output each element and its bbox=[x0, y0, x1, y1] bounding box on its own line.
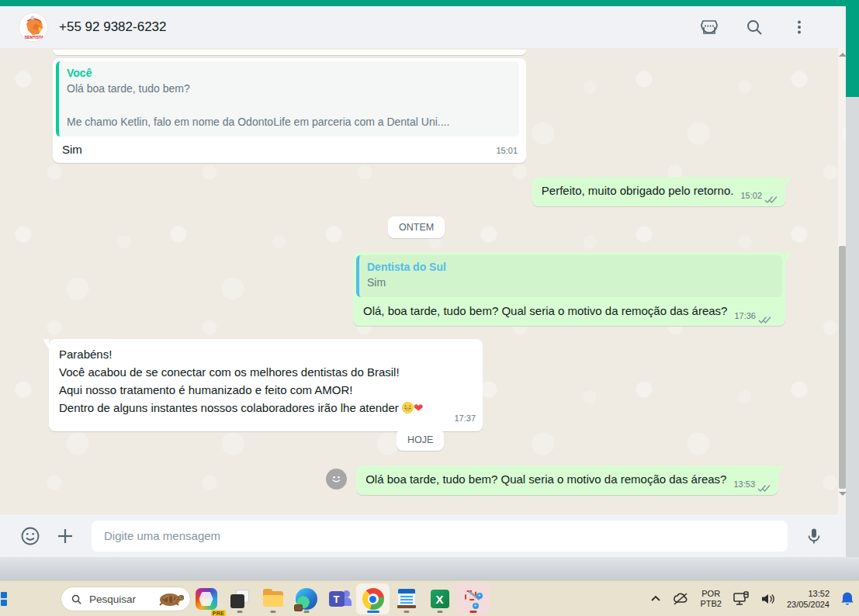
message-text-line: Aqui nosso tratamento é humanizado e fei… bbox=[59, 381, 473, 399]
grin-emoji bbox=[402, 402, 414, 414]
notepad-icon bbox=[396, 588, 417, 610]
message-input[interactable] bbox=[92, 521, 788, 552]
message-time: 17:36 bbox=[734, 308, 756, 324]
network-ethernet-icon[interactable] bbox=[733, 591, 750, 607]
message-text-line: Parabéns! bbox=[59, 345, 473, 363]
taskbar-app-excel[interactable]: X bbox=[423, 583, 456, 614]
quoted-message[interactable]: Dentista do Sul Sim bbox=[356, 255, 782, 297]
message-text: Sim bbox=[62, 143, 82, 156]
taskbar-app-icons: PRE T bbox=[189, 583, 490, 614]
taskbar-app-chrome[interactable] bbox=[356, 583, 390, 614]
taskbar-app-edge[interactable] bbox=[289, 583, 323, 614]
taskbar-app-snipping-tool[interactable]: ++ bbox=[456, 583, 490, 614]
file-explorer-icon bbox=[262, 588, 284, 610]
search-highlight-turtle-image bbox=[153, 590, 185, 608]
quote-text-line: Sim bbox=[367, 275, 774, 291]
quote-author: Você bbox=[67, 66, 511, 81]
double-check-icon bbox=[757, 484, 771, 493]
message-time: 13:53 bbox=[733, 476, 755, 493]
background-window-gray-strip bbox=[846, 97, 859, 580]
taskbar-app-file-explorer[interactable] bbox=[256, 583, 289, 614]
quote-author: Dentista do Sul bbox=[367, 260, 774, 275]
notification-bell-icon[interactable] bbox=[840, 591, 854, 607]
brazil-map-logo: DENTISTA bbox=[19, 13, 48, 42]
message-text-line: Você acabou de se conectar com os melhor… bbox=[59, 363, 473, 381]
emoji-picker-icon[interactable] bbox=[20, 526, 40, 546]
double-check-icon bbox=[758, 316, 771, 324]
message-bubble-incoming[interactable]: Parabéns! Você acabou de se conectar com… bbox=[49, 339, 483, 431]
system-tray: POR PTB2 13:52 23/05/2024 bbox=[650, 581, 854, 616]
svg-text:DENTISTA: DENTISTA bbox=[25, 35, 44, 40]
quote-text-line: Olá boa tarde, tudo bem? bbox=[67, 81, 511, 97]
react-emoji-button[interactable] bbox=[326, 469, 347, 490]
chat-message-list: Você Olá boa tarde, tudo bem? Me chamo K… bbox=[0, 48, 846, 514]
message-text-line: Dentro de alguns instantes nossos colabo… bbox=[59, 399, 473, 417]
smiley-icon bbox=[330, 472, 343, 486]
previous-message-partial bbox=[53, 50, 526, 55]
message-bubble-outgoing[interactable]: Perfeito, muito obrigado pelo retorno. 1… bbox=[532, 177, 785, 206]
window-bottom-edge bbox=[0, 557, 859, 580]
contact-name[interactable]: +55 92 9382-6232 bbox=[59, 19, 700, 35]
message-bubble-outgoing[interactable]: Olá boa tarde, tudo bem? Qual seria o mo… bbox=[356, 465, 778, 495]
red-heart-emoji: ❤ bbox=[414, 401, 424, 415]
attach-plus-icon[interactable] bbox=[56, 527, 74, 545]
message-text: Perfeito, muito obrigado pelo retorno. bbox=[542, 184, 734, 197]
search-label: Pesquisar bbox=[89, 594, 153, 605]
taskbar-app-task-view[interactable] bbox=[223, 583, 256, 614]
message-bubble-incoming[interactable]: Você Olá boa tarde, tudo bem? Me chamo K… bbox=[53, 58, 526, 163]
message-time: 15:02 bbox=[740, 188, 762, 204]
message-bubble-outgoing[interactable]: Dentista do Sul Sim Olá, boa tarde, tudo… bbox=[353, 252, 785, 326]
scrollbar-up-arrow[interactable] bbox=[839, 53, 847, 57]
storefront-icon[interactable] bbox=[700, 18, 719, 36]
taskbar-app-notepad[interactable] bbox=[390, 583, 423, 614]
chat-header: DENTISTA +55 92 9382-6232 bbox=[0, 6, 846, 48]
windows-start-button[interactable] bbox=[0, 592, 7, 606]
message-text: Olá boa tarde, tudo bem? Qual seria o mo… bbox=[365, 472, 726, 486]
app-title-bar bbox=[0, 0, 859, 6]
chrome-icon bbox=[362, 588, 384, 610]
date-divider-yesterday: ONTEM bbox=[388, 216, 445, 238]
microphone-icon[interactable] bbox=[805, 527, 823, 545]
scrollbar-down-arrow[interactable] bbox=[839, 492, 847, 496]
taskbar-app-copilot[interactable]: PRE bbox=[189, 583, 223, 614]
quote-text-line: Me chamo Ketlin, falo em nome da OdontoL… bbox=[67, 114, 511, 130]
windows-taskbar: Pesquisar PRE bbox=[0, 580, 859, 616]
excel-icon: X bbox=[429, 588, 451, 610]
quoted-message[interactable]: Você Olá boa tarde, tudo bem? Me chamo K… bbox=[56, 61, 519, 137]
contact-avatar[interactable]: DENTISTA bbox=[19, 12, 48, 42]
edge-icon bbox=[296, 588, 317, 610]
message-time: 15:01 bbox=[496, 143, 518, 159]
message-text: Olá, boa tarde, tudo bem? Qual seria o m… bbox=[363, 304, 727, 317]
teams-icon: T bbox=[329, 588, 351, 610]
search-icon bbox=[71, 594, 82, 605]
copilot-icon bbox=[196, 588, 217, 610]
search-icon[interactable] bbox=[745, 18, 764, 36]
task-view-icon bbox=[229, 588, 251, 610]
chat-scrollbar-thumb[interactable] bbox=[839, 246, 846, 489]
tray-chevron-up-icon[interactable] bbox=[650, 594, 661, 604]
background-window-green-strip bbox=[846, 6, 859, 97]
language-indicator[interactable]: POR PTB2 bbox=[700, 589, 722, 609]
taskbar-app-teams[interactable]: T bbox=[323, 583, 356, 614]
date-divider-today: HOJE bbox=[397, 429, 444, 451]
taskbar-clock[interactable]: 13:52 23/05/2024 bbox=[787, 588, 830, 610]
taskbar-search-box[interactable]: Pesquisar bbox=[61, 587, 191, 611]
snipping-tool-icon: ++ bbox=[462, 588, 484, 610]
volume-icon[interactable] bbox=[760, 592, 776, 606]
message-time: 17:37 bbox=[454, 410, 476, 427]
double-check-icon bbox=[764, 196, 778, 204]
kebab-menu-icon[interactable] bbox=[790, 18, 809, 36]
message-composer bbox=[0, 514, 846, 557]
onedrive-disabled-icon[interactable] bbox=[672, 592, 689, 606]
